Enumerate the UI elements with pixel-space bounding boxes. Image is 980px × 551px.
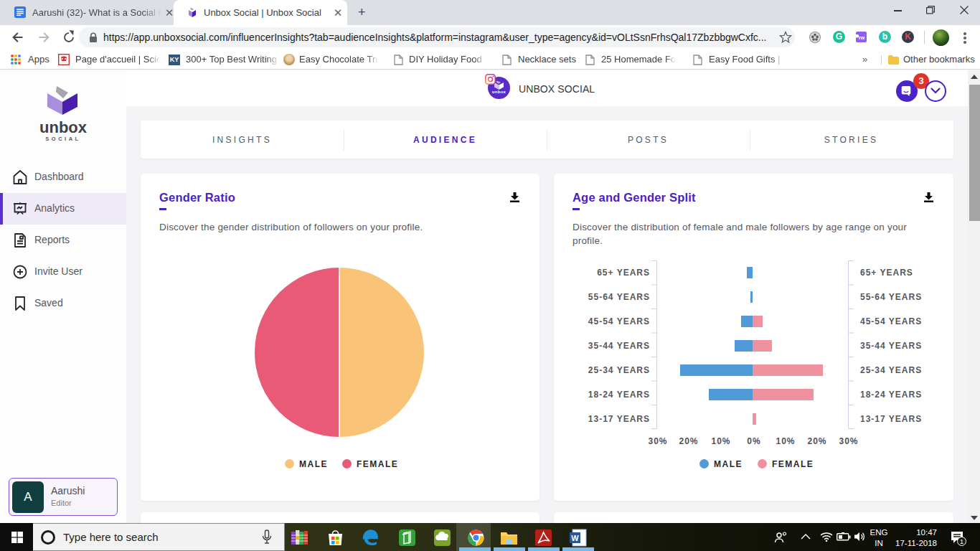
svg-text:rw: rw	[859, 35, 865, 40]
svg-text:W: W	[571, 534, 579, 542]
